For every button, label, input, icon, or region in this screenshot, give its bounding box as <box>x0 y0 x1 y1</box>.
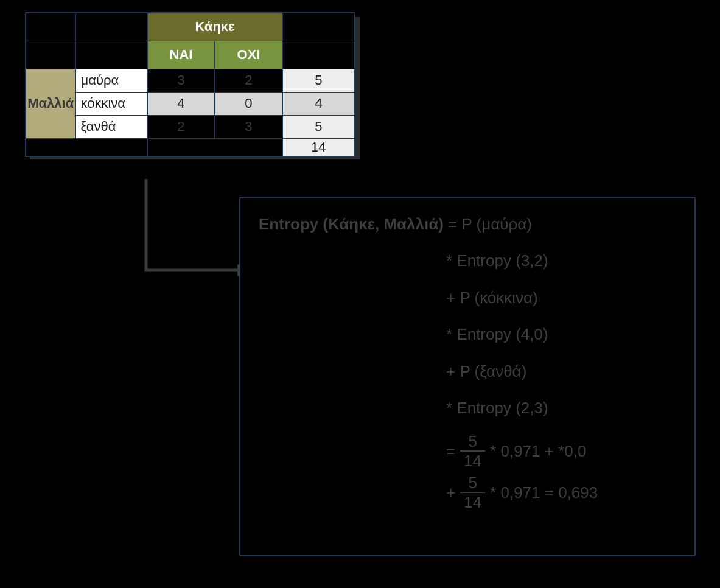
empty-cell <box>282 13 355 41</box>
formula-line: + P (κόκκινα) <box>446 287 676 309</box>
arrow-icon <box>140 179 256 289</box>
empty-cell <box>75 13 147 41</box>
formula-line: = 5 14 * 0,971 + *0,0 <box>446 433 676 469</box>
col-header-yes: ΝΑΙ <box>147 41 215 69</box>
row-total: 5 <box>282 69 355 92</box>
empty-cell <box>282 41 355 69</box>
cell-value: 2 <box>147 115 215 138</box>
fraction: 5 14 <box>460 433 485 469</box>
plus-sign: + <box>446 481 455 503</box>
formula-text: * 0,971 = 0,693 <box>490 481 598 503</box>
empty-cell <box>26 138 147 156</box>
col-header-no: ΟΧΙ <box>215 41 282 69</box>
cell-value: 4 <box>147 92 215 115</box>
empty-cell <box>26 13 75 41</box>
empty-cell <box>75 41 147 69</box>
fraction-den: 14 <box>460 493 485 510</box>
col-header-main: Κάηκε <box>147 13 282 41</box>
formula-line: * Entropy (3,2) <box>446 250 676 271</box>
formula-text: = P (μαύρα) <box>444 215 532 233</box>
fraction-den: 14 <box>460 452 485 469</box>
formula-line: + P (ξανθά) <box>446 360 676 382</box>
formula-line: * Entropy (4,0) <box>446 323 676 345</box>
row-header: Μαλλιά <box>26 69 75 138</box>
cell-value: 2 <box>215 69 282 92</box>
fraction-num: 5 <box>460 433 485 452</box>
grand-total: 14 <box>282 138 355 156</box>
equals-sign: = <box>446 440 455 462</box>
row-label: ξανθά <box>75 115 147 138</box>
formula-line: + 5 14 * 0,971 = 0,693 <box>446 475 676 510</box>
row-total: 4 <box>282 92 355 115</box>
empty-cell <box>26 41 75 69</box>
cell-value: 0 <box>215 92 282 115</box>
formula-text: * 0,971 + *0,0 <box>490 440 586 462</box>
empty-cell <box>147 138 282 156</box>
cell-value: 3 <box>147 69 215 92</box>
formula-lhs: Entropy (Κάηκε, Μαλλιά) <box>259 215 444 233</box>
formula-line: Entropy (Κάηκε, Μαλλιά) = P (μαύρα) <box>259 213 676 235</box>
cell-value: 3 <box>215 115 282 138</box>
row-label: μαύρα <box>75 69 147 92</box>
fraction: 5 14 <box>460 475 485 510</box>
entropy-formula-box: Entropy (Κάηκε, Μαλλιά) = P (μαύρα) * En… <box>239 197 696 556</box>
fraction-num: 5 <box>460 475 485 493</box>
formula-line: * Entropy (2,3) <box>446 397 676 419</box>
row-total: 5 <box>282 115 355 138</box>
row-label: κόκκινα <box>75 92 147 115</box>
contingency-table: Κάηκε ΝΑΙ ΟΧΙ Μαλλιά μαύρα 3 2 5 κόκκινα… <box>25 12 355 157</box>
contingency-table-wrap: Κάηκε ΝΑΙ ΟΧΙ Μαλλιά μαύρα 3 2 5 κόκκινα… <box>25 12 355 157</box>
